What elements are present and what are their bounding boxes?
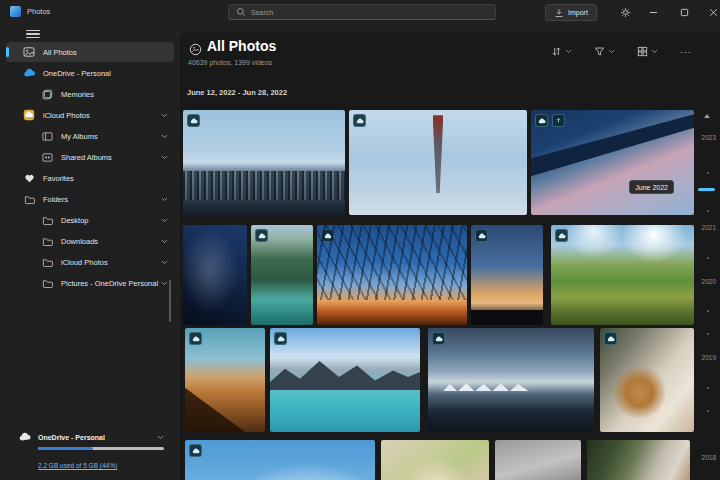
chevron-down-icon[interactable] [161,197,168,202]
sidebar-item-memories[interactable]: Memories [6,84,174,104]
photo-tile-mountain-lake[interactable] [270,328,420,432]
photo-tile-green-countryside[interactable] [551,225,694,325]
sidebar-item-favorites[interactable]: Favorites [6,168,174,188]
photo-tile-indoor-plants[interactable] [587,440,690,480]
sidebar-item-icloud-photos[interactable]: iCloud Photos [6,105,174,125]
chevron-down-icon[interactable] [157,435,164,440]
cloud-status-icon [353,114,366,127]
import-label: Import [568,9,588,16]
chevron-down-icon[interactable] [161,155,168,160]
import-icon [554,8,564,18]
view-options-button[interactable] [634,44,661,59]
timeline-scrubber[interactable]: 2023 2021 2020 2019 2018 [694,32,720,480]
more-options-button[interactable]: ··· [677,45,695,59]
timeline-dot[interactable] [707,387,709,389]
chevron-down-icon[interactable] [565,49,572,54]
photo-tile-forest-lake[interactable] [251,225,313,325]
sidebar-item-shared-albums[interactable]: Shared Albums [6,147,174,167]
shared-album-icon [40,152,54,163]
photo-tile-airplane-wing[interactable] [531,110,694,215]
photo-tile-tower-spire[interactable] [349,110,527,215]
cloud-status-icon [274,332,287,345]
photo-tile-sky-clouds[interactable] [185,440,375,480]
photo-tile-dusk-skyline[interactable] [471,225,543,325]
timeline-dot[interactable] [707,172,709,174]
cloud-status-icon [475,229,488,242]
chevron-down-icon[interactable] [161,134,168,139]
timeline-year[interactable]: 2021 [702,224,716,231]
photo-tile-city-skyline[interactable] [183,110,345,215]
minimize-button[interactable] [640,0,666,24]
search-icon [236,3,246,21]
sidebar-scrollbar[interactable] [169,280,171,322]
sidebar-item-onedrive-personal[interactable]: OneDrive - Personal [6,63,174,83]
chevron-down-icon[interactable] [161,218,168,223]
photo-tile-desert-canyon[interactable] [185,328,265,432]
filter-icon [594,46,605,57]
cloud-status-icon [604,332,617,345]
photo-tile-trees-sunset[interactable] [317,225,467,325]
close-button[interactable] [700,0,720,24]
timeline-dot[interactable] [707,210,709,212]
gear-icon [620,7,631,18]
folder-icon [40,215,54,226]
hamburger-menu-button[interactable] [26,28,40,40]
photo-tile-storm-clouds[interactable] [495,440,581,480]
cloud-status-icon [189,444,202,457]
photo-tile-night-sky[interactable] [183,225,247,325]
selected-indicator [6,47,9,57]
chevron-down-icon[interactable] [161,239,168,244]
search-input[interactable]: Search [228,4,496,20]
maximize-button[interactable] [671,0,697,24]
timeline-year[interactable]: 2019 [702,354,716,361]
timeline-position-indicator[interactable] [698,188,715,191]
photo-tile-food-plate[interactable] [381,440,489,480]
cloud-icon [18,432,32,442]
photo-tile-puppy[interactable] [600,328,694,432]
timeline-date-tooltip: June 2022 [629,180,674,194]
timeline-dot[interactable] [707,333,709,335]
sidebar-item-all-photos[interactable]: All Photos [6,42,174,62]
sidebar: All Photos OneDrive - Personal Memories … [0,24,180,480]
onedrive-cloud-icon [22,68,36,78]
chevron-down-icon[interactable] [161,113,168,118]
sidebar-item-folders[interactable]: Folders [6,189,174,209]
timeline-dot[interactable] [707,310,709,312]
timeline-dot[interactable] [707,410,709,412]
all-photos-header-icon [189,42,202,60]
photo-tile-harbor-sails[interactable] [428,328,594,432]
sidebar-item-downloads[interactable]: Downloads [6,231,174,251]
grid-view-icon [637,46,648,57]
import-button[interactable]: Import [545,4,597,21]
toolbar: ··· [548,44,695,59]
album-icon [40,131,54,142]
timeline-year[interactable]: 2023 [702,134,716,141]
library-count: 40639 photos, 1399 videos [188,59,272,66]
cloud-status-icon [255,229,268,242]
chevron-down-icon[interactable] [161,260,168,265]
storage-usage-link[interactable]: 2.2 GB used of 5 GB (44%) [38,462,117,469]
sidebar-item-desktop[interactable]: Desktop [6,210,174,230]
scroll-top-arrow-icon[interactable] [704,114,710,118]
settings-button[interactable] [616,4,634,21]
storage-panel: OneDrive - Personal 2.2 GB used of 5 GB … [18,432,164,472]
filter-button[interactable] [591,44,618,59]
titlebar: Photos Search Import [0,0,720,24]
icloud-icon [22,109,36,121]
sort-button[interactable] [548,44,575,59]
date-range-header: June 12, 2022 - Jun 28, 2022 [187,88,287,97]
timeline-dot[interactable] [707,257,709,259]
chevron-down-icon[interactable] [161,281,168,286]
sidebar-nav: All Photos OneDrive - Personal Memories … [0,41,180,294]
sidebar-item-pictures-onedrive[interactable]: Pictures - OneDrive Personal [6,273,174,293]
timeline-year[interactable]: 2018 [702,454,716,461]
sidebar-item-my-albums[interactable]: My Albums [6,126,174,146]
timeline-year[interactable]: 2020 [702,278,716,285]
sidebar-item-icloud-photos-folder[interactable]: iCloud Photos [6,252,174,272]
heart-icon [22,173,36,184]
maximize-icon [680,3,689,21]
cloud-status-icon [432,332,445,345]
chevron-down-icon[interactable] [651,49,658,54]
chevron-down-icon[interactable] [608,49,615,54]
photos-app-window: Photos Search Import All Photos [0,0,720,480]
